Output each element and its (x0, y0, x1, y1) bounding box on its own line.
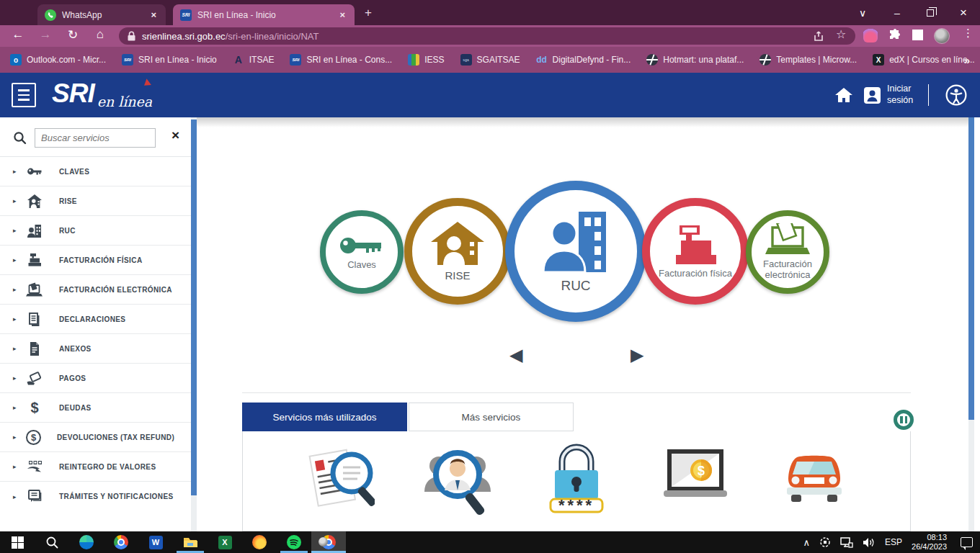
tray-app-icon[interactable] (819, 536, 831, 548)
bookmark-templates[interactable]: Templates | Microw... (760, 54, 857, 66)
taskbar-search-button[interactable] (35, 531, 69, 553)
taskbar-edge[interactable] (69, 531, 104, 553)
sidebar-item-tramites[interactable]: ▸ TRÁMITES Y NOTIFICACIONES (0, 482, 191, 511)
sidebar-item-devoluciones[interactable]: ▸ $ DEVOLUCIONES (TAX REFUND) (0, 423, 191, 452)
sidebar-item-deudas[interactable]: ▸ $ DEUDAS (0, 393, 191, 423)
sidebar-item-facturacion-electronica[interactable]: ▸ FACTURACIÓN ELECTRÓNICA (0, 275, 191, 305)
header-shadow (197, 117, 974, 127)
page-scrollbar[interactable] (968, 117, 974, 531)
reload-button[interactable]: ↻ (63, 27, 82, 42)
service-taxpayer-search[interactable] (422, 441, 494, 521)
bookmark-digitaldefynd[interactable]: ddDigitalDefynd - Fin... (536, 54, 631, 66)
taskbar-clock[interactable]: 08:13 26/4/2023 (912, 533, 947, 552)
tab-close-icon[interactable]: × (337, 9, 347, 20)
carousel-item-facturacion-fisica[interactable]: Facturación física (642, 198, 749, 305)
bookmark-sri-consultas[interactable]: SRISRI en Línea - Cons... (290, 54, 392, 66)
folder-icon (183, 536, 197, 549)
login-button[interactable]: Iniciarsesión (863, 73, 913, 117)
sidebar-item-claves[interactable]: ▸ CLAVES (0, 157, 191, 186)
bookmark-iess[interactable]: IESS (408, 54, 444, 66)
network-icon[interactable] (840, 537, 853, 548)
carousel-item-ruc[interactable]: RUC (505, 181, 646, 322)
service-document-search[interactable] (303, 441, 375, 521)
tray-expand-icon[interactable]: ∧ (803, 537, 811, 548)
home-button[interactable]: ⌂ (91, 27, 110, 42)
service-online-payment[interactable]: $ (659, 441, 731, 521)
service-password-lock[interactable]: **** (540, 441, 612, 521)
bookmark-outlook[interactable]: oOutlook.com - Micr... (10, 54, 106, 66)
extension-pink-icon[interactable] (863, 28, 878, 42)
browser-toolbar: ← → ↻ ⌂ srienlinea.sri.gob.ec/sri-en-lin… (0, 25, 980, 47)
browser-menu-icon[interactable]: ⋮ (963, 27, 974, 40)
documents-icon (26, 311, 43, 327)
carousel-item-rise[interactable]: RISE (404, 198, 511, 305)
sidebar-item-rise[interactable]: ▸ RISE (0, 186, 191, 216)
accessibility-icon (945, 84, 967, 106)
sidebar-scrollbar-thumb[interactable] (191, 120, 197, 495)
carousel-next-button[interactable]: ▶ (631, 345, 643, 365)
extensions-puzzle-icon[interactable] (888, 28, 902, 42)
menu-hamburger-button[interactable] (12, 83, 36, 107)
carousel-prev-button[interactable]: ◀ (509, 345, 522, 365)
taskbar-word[interactable]: W (138, 531, 173, 553)
services-panel: **** $ (242, 431, 911, 531)
sidebar-item-declaraciones[interactable]: ▸ DECLARACIONES (0, 305, 191, 334)
close-window-button[interactable]: × (947, 0, 980, 25)
action-center-icon[interactable] (961, 537, 973, 547)
bookmark-edx[interactable]: XedX | Cursos en líne... (873, 54, 975, 66)
page-scrollbar-thumb[interactable] (968, 117, 974, 420)
sidebar-item-pagos[interactable]: ▸ PAGOS (0, 364, 191, 393)
share-icon[interactable] (813, 30, 826, 42)
tab-mas-servicios[interactable]: Más servicios (409, 403, 574, 431)
address-bar[interactable]: srienlinea.sri.gob.ec/sri-en-linea/inici… (119, 27, 855, 45)
start-button[interactable] (0, 531, 35, 553)
forward-button[interactable]: → (36, 27, 55, 42)
language-indicator[interactable]: ESP (885, 537, 902, 547)
search-services-input[interactable] (35, 128, 156, 148)
accessibility-button[interactable] (945, 73, 967, 117)
chat-doc-icon (26, 489, 43, 505)
taskbar-explorer[interactable] (173, 531, 208, 553)
browser-titlebar: WhatsApp × SRI SRI en Línea - Inicio × +… (0, 0, 980, 25)
header-divider (928, 84, 929, 106)
sidebar-item-anexos[interactable]: ▸ ANEXOS (0, 334, 191, 364)
edge-icon (79, 535, 94, 549)
pause-carousel-button[interactable] (894, 410, 914, 430)
taskbar-spotify[interactable] (277, 531, 311, 553)
restore-button[interactable] (914, 0, 947, 25)
bookmarks-overflow-icon[interactable]: » (964, 54, 970, 66)
taskbar-chrome-active[interactable] (311, 531, 346, 553)
home-link[interactable] (834, 73, 853, 117)
bookmark-hotmart[interactable]: Hotmart: una plataf... (646, 54, 744, 66)
bookmark-itsae[interactable]: AITSAE (233, 54, 275, 66)
taskbar-firefox[interactable] (242, 531, 277, 553)
carousel-item-claves[interactable]: Claves (320, 210, 404, 294)
bookmark-star-icon[interactable]: ☆ (836, 27, 846, 41)
minimize-button[interactable]: – (881, 0, 914, 25)
back-button[interactable]: ← (9, 27, 27, 42)
carousel-item-facturacion-electronica[interactable]: Facturación electrónica (746, 210, 829, 294)
sidebar-item-reintegro[interactable]: ▸ REINTEGRO DE VALORES (0, 452, 191, 482)
sri-logo[interactable]: SRIen línea (52, 78, 149, 109)
bookmark-label: SGAITSAE (477, 55, 520, 65)
search-icon (13, 131, 27, 145)
globe-icon (760, 54, 771, 66)
sidebar-item-ruc[interactable]: ▸ RUC (0, 216, 191, 246)
profile-avatar[interactable] (934, 28, 950, 44)
volume-icon[interactable] (863, 537, 876, 548)
taskbar-chrome[interactable] (104, 531, 138, 553)
reading-mode-icon[interactable] (912, 30, 923, 40)
tab-whatsapp[interactable]: WhatsApp × (37, 4, 166, 25)
taskbar-excel[interactable]: X (208, 531, 242, 553)
bookmark-sgaitsae[interactable]: sgaSGAITSAE (460, 54, 520, 66)
tab-search-button[interactable]: ∨ (846, 0, 879, 25)
sidebar-item-facturacion-fisica[interactable]: ▸ FACTURACIÓN FÍSICA (0, 246, 191, 275)
sidebar-close-icon[interactable]: × (172, 127, 179, 143)
service-vehicle[interactable] (778, 441, 850, 521)
sidebar-scrollbar[interactable] (191, 117, 197, 531)
bookmark-sri-inicio[interactable]: SRISRI en Línea - Inicio (122, 54, 217, 66)
tab-close-icon[interactable]: × (148, 9, 159, 20)
tab-sri-active[interactable]: SRI SRI en Línea - Inicio × (173, 4, 355, 25)
tab-servicios-mas-utilizados[interactable]: Servicios más utilizados (242, 403, 407, 431)
new-tab-button[interactable]: + (365, 6, 372, 20)
